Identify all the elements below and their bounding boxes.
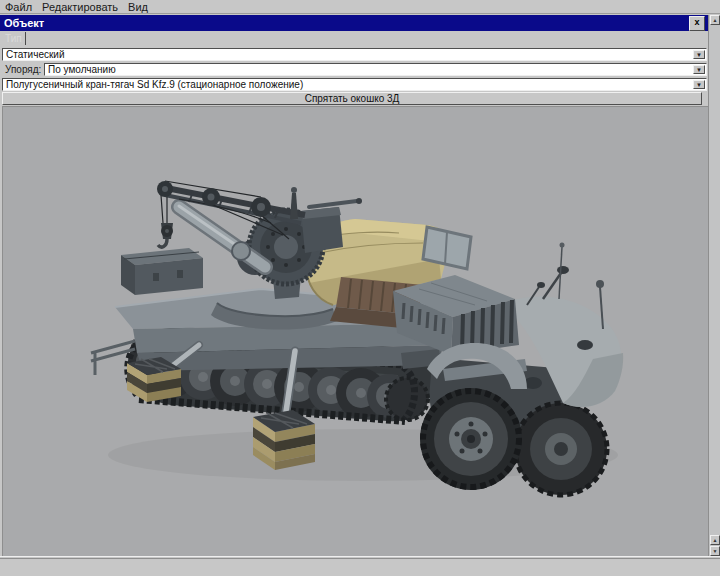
type-select-value: Статический [6, 49, 65, 60]
scroll-up-icon[interactable]: ▲ [710, 15, 720, 25]
viewport-3d[interactable] [2, 106, 708, 557]
type-select[interactable]: Статический ▼ [2, 48, 707, 61]
menu-bar: Файл Редактировать Вид [0, 0, 720, 14]
scroll-down-icon[interactable]: ▼ [710, 546, 720, 556]
status-bar: [Задание : ] [Выбрано : ] [] [0, 559, 720, 576]
chevron-down-icon[interactable]: ▼ [693, 50, 705, 59]
menu-item-edit[interactable]: Редактировать [42, 1, 118, 13]
object-select[interactable]: Полугусеничный кран-тягач Sd Kfz.9 (стац… [2, 78, 707, 91]
vertical-scrollbar[interactable]: ▲ ▲ ▼ [708, 15, 720, 556]
vehicle-render-3d [3, 107, 708, 557]
menu-item-view[interactable]: Вид [128, 1, 148, 13]
tab-cursor [25, 32, 26, 45]
crane-hook [158, 239, 167, 247]
tab-row: Тип [0, 32, 708, 47]
hide-3d-window-button[interactable]: Спрятать окошко 3Д [2, 92, 702, 105]
close-icon[interactable]: x [689, 16, 705, 31]
order-select[interactable]: По умолчанию ▼ [44, 63, 707, 76]
object-select-value: Полугусеничный кран-тягач Sd Kfz.9 (стац… [6, 79, 303, 90]
chevron-down-icon[interactable]: ▼ [693, 80, 705, 89]
chevron-down-icon[interactable]: ▼ [693, 65, 705, 74]
front-wheel [420, 388, 522, 490]
order-label: Упоряд: [5, 64, 41, 75]
menu-item-file[interactable]: Файл [5, 1, 32, 13]
window-title: Объект [4, 17, 44, 29]
object-window-titlebar[interactable]: Объект x [0, 15, 708, 31]
application-window: Файл Редактировать Вид Объект x Тип Стат… [0, 0, 720, 576]
storage-box [121, 248, 203, 295]
order-select-value: По умолчанию [48, 64, 116, 75]
scroll-up-icon[interactable]: ▲ [710, 535, 720, 545]
tab-type[interactable]: Тип [5, 33, 22, 44]
